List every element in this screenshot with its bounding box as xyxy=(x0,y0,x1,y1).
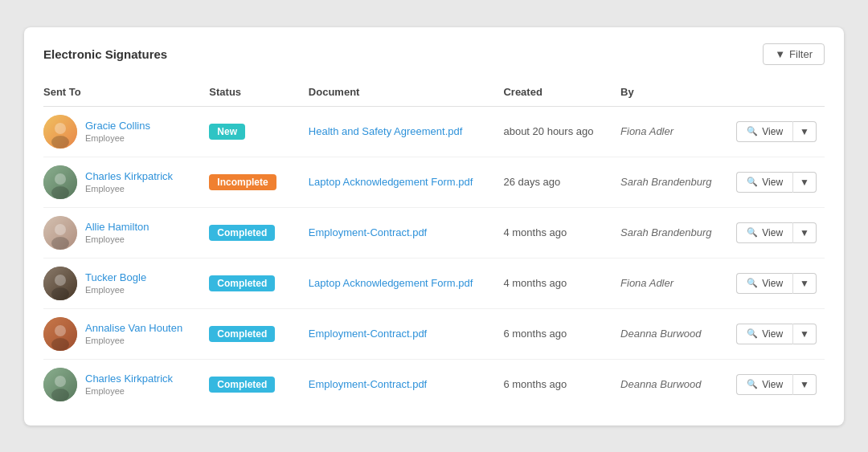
search-icon: 🔍 xyxy=(747,278,758,288)
sent-to-cell: Charles Kirkpatrick Employee xyxy=(43,157,201,207)
view-button[interactable]: 🔍 View xyxy=(736,374,792,395)
created-text: 4 months ago xyxy=(503,226,567,238)
created-text: 26 days ago xyxy=(503,176,560,188)
action-cell: 🔍 View ▼ xyxy=(728,157,825,207)
svg-point-23 xyxy=(55,376,66,387)
person-info: Tucker Bogle Employee xyxy=(85,271,146,295)
document-link[interactable]: Employment-Contract.pdf xyxy=(309,378,427,390)
document-cell: Employment-Contract.pdf xyxy=(301,207,496,258)
svg-point-2 xyxy=(51,136,69,149)
person-info: Charles Kirkpatrick Employee xyxy=(85,170,173,193)
created-text: about 20 hours ago xyxy=(503,125,593,137)
created-cell: 6 months ago xyxy=(495,359,612,409)
status-cell: Completed xyxy=(201,258,301,308)
sent-to-cell: Charles Kirkpatrick Employee xyxy=(43,359,201,409)
avatar xyxy=(43,267,77,300)
document-cell: Laptop Acknowledgement Form.pdf xyxy=(301,157,496,207)
status-cell: Completed xyxy=(201,308,301,359)
avatar xyxy=(43,317,77,351)
view-label: View xyxy=(762,278,783,289)
status-badge: Completed xyxy=(209,377,275,393)
svg-point-18 xyxy=(51,338,69,351)
document-link[interactable]: Health and Safety Agreement.pdf xyxy=(309,125,463,137)
person-name[interactable]: Gracie Collins xyxy=(85,120,150,132)
document-link[interactable]: Laptop Acknowledgement Form.pdf xyxy=(309,277,473,289)
filter-icon: ▼ xyxy=(775,48,785,60)
col-sent-to: Sent To xyxy=(43,79,201,107)
table-header: Sent To Status Document Created By xyxy=(43,79,825,107)
svg-point-19 xyxy=(55,325,66,336)
created-text: 6 months ago xyxy=(503,378,567,390)
person-info: Annalise Van Houten Employee xyxy=(85,322,182,345)
view-button[interactable]: 🔍 View xyxy=(736,172,792,193)
person-name[interactable]: Annalise Van Houten xyxy=(85,322,182,334)
by-cell: Deanna Burwood xyxy=(612,359,728,409)
person-role: Employee xyxy=(85,184,173,193)
table-row: Gracie Collins Employee New Health and S… xyxy=(43,106,825,157)
dropdown-button[interactable]: ▼ xyxy=(792,172,817,193)
by-text: Deanna Burwood xyxy=(620,328,701,340)
view-label: View xyxy=(762,227,783,238)
svg-point-22 xyxy=(51,389,69,401)
signatures-table: Sent To Status Document Created By xyxy=(43,79,825,409)
view-button[interactable]: 🔍 View xyxy=(736,222,792,243)
person-role: Employee xyxy=(85,285,146,295)
person-name[interactable]: Charles Kirkpatrick xyxy=(85,373,173,385)
view-button[interactable]: 🔍 View xyxy=(736,324,792,344)
avatar xyxy=(43,115,77,149)
person-name[interactable]: Tucker Bogle xyxy=(85,271,146,283)
svg-point-6 xyxy=(51,186,69,199)
status-cell: New xyxy=(201,106,301,157)
dropdown-button[interactable]: ▼ xyxy=(792,374,817,395)
view-label: View xyxy=(762,126,783,137)
svg-point-10 xyxy=(51,237,69,250)
avatar xyxy=(43,165,77,199)
dropdown-button[interactable]: ▼ xyxy=(792,324,817,344)
document-link[interactable]: Laptop Acknowledgement Form.pdf xyxy=(309,176,473,188)
document-link[interactable]: Employment-Contract.pdf xyxy=(309,226,427,238)
svg-point-15 xyxy=(55,275,66,286)
search-icon: 🔍 xyxy=(747,126,758,136)
view-button[interactable]: 🔍 View xyxy=(736,121,792,142)
svg-point-11 xyxy=(55,224,66,235)
search-icon: 🔍 xyxy=(747,227,758,238)
view-button[interactable]: 🔍 View xyxy=(736,273,792,294)
person-info: Allie Hamilton Employee xyxy=(85,221,149,244)
person-name[interactable]: Allie Hamilton xyxy=(85,221,149,233)
filter-button-label: Filter xyxy=(789,48,813,60)
avatar xyxy=(43,368,77,401)
by-text: Fiona Adler xyxy=(620,125,674,137)
dropdown-button[interactable]: ▼ xyxy=(792,222,817,243)
table-row: Charles Kirkpatrick Employee Incomplete … xyxy=(43,157,825,207)
created-cell: 4 months ago xyxy=(495,258,612,308)
person-name[interactable]: Charles Kirkpatrick xyxy=(85,170,173,182)
document-cell: Employment-Contract.pdf xyxy=(301,359,496,409)
person-role: Employee xyxy=(85,234,149,244)
person-role: Employee xyxy=(85,386,173,396)
table-row: Tucker Bogle Employee Completed Laptop A… xyxy=(43,258,825,308)
status-cell: Incomplete xyxy=(201,157,301,207)
svg-point-3 xyxy=(55,123,66,134)
action-cell: 🔍 View ▼ xyxy=(728,258,825,308)
filter-button[interactable]: ▼ Filter xyxy=(763,43,825,65)
by-text: Sarah Brandenburg xyxy=(620,226,711,238)
search-icon: 🔍 xyxy=(747,328,758,339)
by-cell: Sarah Brandenburg xyxy=(612,207,728,258)
by-cell: Fiona Adler xyxy=(612,106,728,157)
person-info: Charles Kirkpatrick Employee xyxy=(85,373,173,396)
status-badge: Completed xyxy=(209,326,275,342)
status-badge: New xyxy=(209,124,245,140)
document-link[interactable]: Employment-Contract.pdf xyxy=(309,328,427,340)
dropdown-button[interactable]: ▼ xyxy=(792,273,817,294)
person-role: Employee xyxy=(85,336,182,345)
created-cell: about 20 hours ago xyxy=(495,106,612,157)
electronic-signatures-card: Electronic Signatures ▼ Filter Sent To S… xyxy=(24,27,844,426)
by-cell: Deanna Burwood xyxy=(612,308,728,359)
status-cell: Completed xyxy=(201,359,301,409)
dropdown-button[interactable]: ▼ xyxy=(792,121,817,142)
by-cell: Fiona Adler xyxy=(612,258,728,308)
search-icon: 🔍 xyxy=(747,177,758,187)
status-badge: Completed xyxy=(209,225,275,241)
svg-point-14 xyxy=(51,287,69,300)
sent-to-cell: Tucker Bogle Employee xyxy=(43,258,201,308)
